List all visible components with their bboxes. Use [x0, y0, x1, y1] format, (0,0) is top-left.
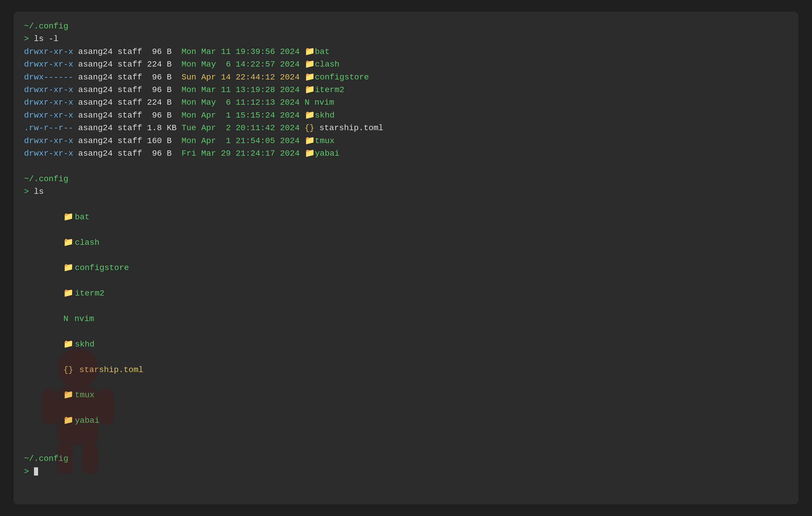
ls-item-yabai: 📁yabai — [63, 414, 99, 427]
perms-skhd: drwxr-xr-x — [24, 111, 73, 120]
ls-iterm2-icon: 📁 — [63, 287, 74, 300]
owner-bat: asang24 staff 96 B — [73, 47, 182, 56]
ls-starship-name: starship.toml — [79, 363, 143, 376]
ls-nvim-name: nvim — [75, 313, 94, 325]
ls-bat-name: bat — [75, 211, 89, 223]
prompt-path-3: ~/.config — [24, 454, 68, 463]
prompt-arrow-3: > — [24, 467, 34, 476]
date-starship: Tue Apr 2 20:11:42 2024 — [182, 124, 300, 133]
blank-2 — [24, 440, 788, 452]
icon-skhd: 📁 — [300, 111, 315, 120]
prompt-path-1: ~/.config — [24, 22, 68, 31]
name-skhd: skhd — [315, 111, 335, 120]
ls-configstore-name: configstore — [75, 262, 129, 274]
ls-starship-icon: {} — [63, 363, 78, 376]
ls-clash-icon: 📁 — [63, 236, 74, 249]
ls-row-starship: .rw-r--r-- asang24 staff 1.8 KB Tue Apr … — [24, 122, 788, 134]
owner-clash: asang24 staff 224 B — [73, 60, 182, 69]
perms-yabai: drwxr-xr-x — [24, 149, 73, 158]
command-text-1: ls -l — [34, 34, 59, 44]
date-configstore: Sun Apr 14 22:44:12 2024 — [182, 73, 300, 82]
ls-item-configstore: 📁configstore — [63, 262, 129, 274]
name-bat: bat — [315, 47, 329, 56]
ls-yabai-icon: 📁 — [63, 414, 74, 427]
ls-configstore-icon: 📁 — [63, 262, 74, 274]
terminal-body: ~/.config > ls -l drwxr-xr-x asang24 sta… — [13, 12, 799, 504]
owner-starship: asang24 staff 1.8 KB — [73, 124, 182, 133]
ls-row-tmux: drwxr-xr-x asang24 staff 160 B Mon Apr 1… — [24, 135, 788, 147]
name-configstore: configstore — [315, 73, 369, 82]
date-iterm2: Mon Mar 11 13:19:28 2024 — [182, 85, 300, 94]
date-skhd: Mon Apr 1 15:15:24 2024 — [182, 111, 300, 120]
ls-row-skhd: drwxr-xr-x asang24 staff 96 B Mon Apr 1 … — [24, 109, 788, 122]
section3: ~/.config > — [24, 452, 788, 478]
terminal-window: ~/.config > ls -l drwxr-xr-x asang24 sta… — [13, 12, 799, 504]
name-clash: clash — [315, 60, 340, 69]
icon-iterm2: 📁 — [300, 85, 315, 94]
perms-tmux: drwxr-xr-x — [24, 136, 73, 145]
ls-row-nvim: drwxr-xr-x asang24 staff 224 B Mon May 6… — [24, 96, 788, 109]
date-tmux: Mon Apr 1 21:54:05 2024 — [182, 136, 300, 145]
name-starship: starship.toml — [319, 124, 383, 133]
name-tmux: tmux — [315, 136, 335, 145]
date-yabai: Fri Mar 29 21:24:17 2024 — [182, 149, 300, 158]
ls-row-bat: drwxr-xr-x asang24 staff 96 B Mon Mar 11… — [24, 46, 788, 58]
section1: ~/.config > ls -l drwxr-xr-x asang24 sta… — [24, 20, 788, 160]
perms-bat: drwxr-xr-x — [24, 47, 73, 56]
cursor — [34, 467, 38, 476]
prompt-arrow-2: > — [24, 187, 34, 196]
icon-bat: 📁 — [300, 47, 315, 56]
ls-row-configstore: drwx------ asang24 staff 96 B Sun Apr 14… — [24, 71, 788, 84]
icon-starship: {} — [300, 124, 319, 133]
ls-item-nvim: N nvim — [63, 313, 94, 325]
command-line-1: > ls -l — [24, 32, 788, 45]
ls-row-iterm2: drwxr-xr-x asang24 staff 96 B Mon Mar 11… — [24, 84, 788, 96]
ls-skhd-name: skhd — [75, 338, 94, 351]
icon-yabai: 📁 — [300, 149, 315, 158]
blank-1 — [24, 160, 788, 172]
ls-tmux-icon: 📁 — [63, 389, 74, 401]
ls-item-starship: {} starship.toml — [63, 363, 143, 376]
ls-row-clash: drwxr-xr-x asang24 staff 224 B Mon May 6… — [24, 58, 788, 71]
ls-skhd-icon: 📁 — [63, 338, 74, 351]
date-nvim: Mon May 6 11:12:13 2024 — [182, 98, 300, 107]
ls-nvim-icon: N — [63, 313, 73, 325]
perms-clash: drwxr-xr-x — [24, 60, 73, 69]
command-text-2: ls — [34, 187, 44, 196]
perms-iterm2: drwxr-xr-x — [24, 85, 73, 94]
prompt-line-1: ~/.config — [24, 20, 788, 32]
perms-configstore: drwx------ — [24, 73, 73, 82]
ls-iterm2-name: iterm2 — [75, 287, 104, 300]
name-yabai: yabai — [315, 149, 340, 158]
owner-skhd: asang24 staff 96 B — [73, 111, 182, 120]
icon-clash: 📁 — [300, 60, 315, 69]
command-line-2: > ls — [24, 185, 788, 198]
prompt-path-2: ~/.config — [24, 174, 68, 184]
ls-clash-name: clash — [75, 236, 99, 249]
name-iterm2: iterm2 — [315, 85, 345, 94]
icon-nvim: N — [300, 98, 314, 107]
ls-simple-output: 📁bat 📁clash 📁configstore 📁iterm2 N nvim … — [24, 198, 788, 439]
ls-bat-icon: 📁 — [63, 211, 74, 223]
prompt-arrow-1: > — [24, 34, 34, 44]
perms-starship: .rw-r--r-- — [24, 124, 73, 133]
prompt-line-2: ~/.config — [24, 173, 788, 185]
date-bat: Mon Mar 11 19:39:56 2024 — [182, 47, 300, 56]
owner-configstore: asang24 staff 96 B — [73, 73, 182, 82]
prompt-line-3: ~/.config — [24, 452, 788, 465]
section2: ~/.config > ls 📁bat 📁clash 📁configstore … — [24, 173, 788, 440]
name-nvim: nvim — [314, 98, 334, 107]
ls-row-yabai: drwxr-xr-x asang24 staff 96 B Fri Mar 29… — [24, 147, 788, 160]
ls-tmux-name: tmux — [75, 389, 94, 401]
date-clash: Mon May 6 14:22:57 2024 — [182, 60, 300, 69]
owner-tmux: asang24 staff 160 B — [73, 136, 182, 145]
icon-configstore: 📁 — [300, 73, 315, 82]
ls-item-iterm2: 📁iterm2 — [63, 287, 104, 300]
perms-nvim: drwxr-xr-x — [24, 98, 73, 107]
ls-item-tmux: 📁tmux — [63, 389, 94, 401]
icon-tmux: 📁 — [300, 136, 315, 145]
active-prompt-line[interactable]: > — [24, 465, 788, 478]
ls-item-clash: 📁clash — [63, 236, 99, 249]
ls-item-bat: 📁bat — [63, 211, 89, 223]
owner-nvim: asang24 staff 224 B — [73, 98, 182, 107]
